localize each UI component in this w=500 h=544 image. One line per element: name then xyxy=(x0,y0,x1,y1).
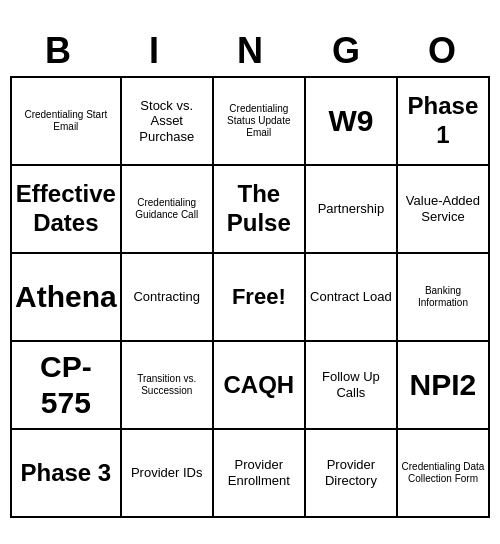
bingo-cell: W9 xyxy=(306,78,398,166)
bingo-cell: Credentialing Data Collection Form xyxy=(398,430,490,518)
bingo-cell: CP-575 xyxy=(12,342,122,430)
bingo-cell: Provider IDs xyxy=(122,430,214,518)
header-letter: O xyxy=(394,26,490,76)
bingo-cell: Transition vs. Succession xyxy=(122,342,214,430)
header-letter: I xyxy=(106,26,202,76)
bingo-cell: Partnership xyxy=(306,166,398,254)
bingo-cell: Credentialing Guidance Call xyxy=(122,166,214,254)
bingo-cell: Credentialing Status Update Email xyxy=(214,78,306,166)
header-letter: B xyxy=(10,26,106,76)
bingo-cell: Value-Added Service xyxy=(398,166,490,254)
bingo-cell: Follow Up Calls xyxy=(306,342,398,430)
header-letter: G xyxy=(298,26,394,76)
bingo-header: BINGO xyxy=(10,26,490,76)
bingo-cell: Contract Load xyxy=(306,254,398,342)
bingo-cell: Provider Directory xyxy=(306,430,398,518)
bingo-cell: NPI2 xyxy=(398,342,490,430)
bingo-cell: The Pulse xyxy=(214,166,306,254)
bingo-grid: Credentialing Start EmailStock vs. Asset… xyxy=(10,76,490,518)
bingo-cell: Stock vs. Asset Purchase xyxy=(122,78,214,166)
bingo-cell: Contracting xyxy=(122,254,214,342)
bingo-cell: Free! xyxy=(214,254,306,342)
bingo-cell: Phase 1 xyxy=(398,78,490,166)
header-letter: N xyxy=(202,26,298,76)
bingo-cell: CAQH xyxy=(214,342,306,430)
bingo-cell: Banking Information xyxy=(398,254,490,342)
bingo-cell: Credentialing Start Email xyxy=(12,78,122,166)
bingo-cell: Effective Dates xyxy=(12,166,122,254)
bingo-cell: Phase 3 xyxy=(12,430,122,518)
bingo-cell: Provider Enrollment xyxy=(214,430,306,518)
bingo-cell: Athena xyxy=(12,254,122,342)
bingo-card: BINGO Credentialing Start EmailStock vs.… xyxy=(10,26,490,518)
